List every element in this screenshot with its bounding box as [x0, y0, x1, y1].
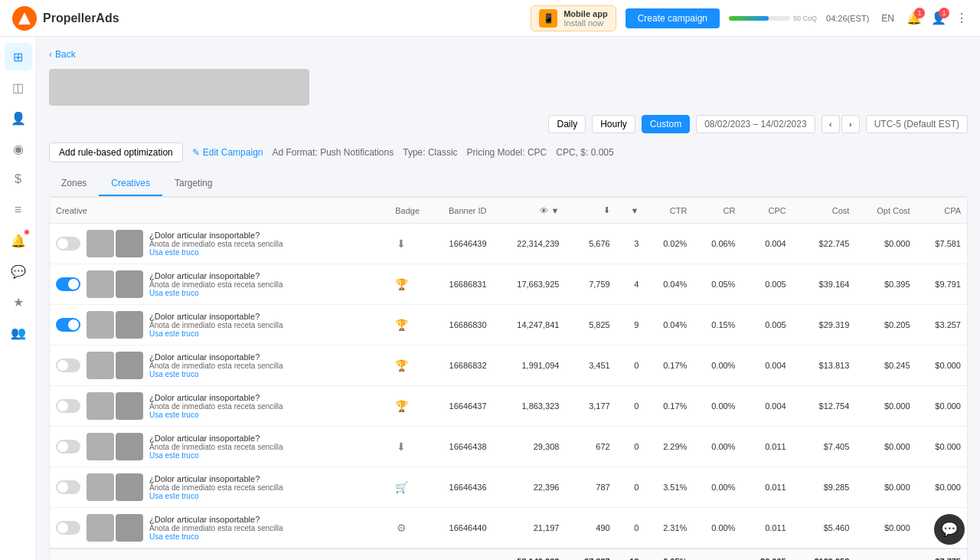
creative-subtitle-5: Anota de inmediato esta receta sencilla	[149, 443, 283, 451]
ctr-7: 2.31%	[645, 508, 693, 549]
cpa-2: $3.257	[916, 305, 967, 345]
filter-3: 0	[616, 345, 645, 386]
cpc-7: 0.011	[741, 508, 792, 549]
creative-link-6[interactable]: Usa este truco	[149, 492, 283, 500]
daily-filter-button[interactable]: Daily	[548, 115, 586, 133]
filter-6: 0	[616, 467, 645, 508]
creative-link-0[interactable]: Usa este truco	[149, 248, 283, 257]
creative-cell-0: ¿Dolor articular insoportable? Anota de …	[50, 224, 377, 264]
time-display: 04:26(EST)	[826, 14, 869, 23]
creative-link-3[interactable]: Usa este truco	[149, 370, 283, 378]
sidebar-item-favorites[interactable]: ★	[5, 288, 32, 316]
clicks-0: 5,676	[565, 224, 616, 264]
back-button[interactable]: ‹ Back	[49, 49, 968, 60]
badge-icon-0: ⬇	[397, 237, 406, 250]
table-row: ¿Dolor articular insoportable? Anota de …	[50, 386, 967, 427]
tab-creatives[interactable]: Creatives	[99, 172, 162, 196]
creative-title-0: ¿Dolor articular insoportable?	[149, 231, 283, 240]
creative-toggle-2[interactable]	[56, 318, 80, 332]
creative-title-7: ¿Dolor articular insoportable?	[149, 515, 283, 524]
chat-widget[interactable]: 💬	[934, 514, 965, 545]
creative-link-5[interactable]: Usa este truco	[149, 451, 283, 460]
prev-date-button[interactable]: ‹	[822, 115, 840, 133]
sidebar: ⊞ ◫ 👤 ◉ $ ≡ 🔔 💬 ★ 👥	[0, 37, 37, 560]
campaign-banner	[49, 69, 309, 106]
add-optimization-button[interactable]: Add rule-based optimization	[49, 142, 183, 162]
sidebar-item-reports[interactable]: ≡	[5, 196, 32, 224]
creative-link-7[interactable]: Usa este truco	[149, 532, 283, 541]
svg-marker-0	[18, 12, 31, 25]
cpc-4: 0.004	[741, 386, 792, 427]
sidebar-item-targeting[interactable]: ◉	[5, 135, 32, 162]
ctr-6: 3.51%	[645, 467, 693, 508]
cost-5: $7.405	[792, 427, 856, 467]
creative-toggle-1[interactable]	[56, 277, 80, 291]
creative-title-3: ¿Dolor articular insoportable?	[149, 352, 283, 362]
date-nav-arrows: ‹ ›	[822, 115, 860, 133]
sidebar-item-dashboard[interactable]: ⊞	[5, 43, 32, 70]
cost-3: $13.813	[792, 345, 856, 386]
views-2: 14,247,841	[493, 305, 566, 345]
notifications-button[interactable]: 🔔 1	[906, 11, 922, 25]
filter-0: 3	[616, 224, 645, 264]
timezone-selector[interactable]: UTC-5 (Default EST)	[866, 115, 968, 133]
date-range-display: 08/02/2023 – 14/02/2023	[696, 115, 815, 133]
creative-toggle-3[interactable]	[56, 359, 80, 372]
table-row: ¿Dolor articular insoportable? Anota de …	[50, 345, 967, 386]
creative-title-2: ¿Dolor articular insoportable?	[149, 312, 283, 321]
col-badge: Badge	[377, 198, 426, 224]
creative-toggle-0[interactable]	[56, 237, 80, 251]
sidebar-item-users[interactable]: 👤	[5, 104, 32, 132]
opt-cost-7: $0.000	[855, 508, 916, 549]
user-menu-button[interactable]: 👤 1	[931, 11, 946, 25]
sidebar-item-campaigns[interactable]: ◫	[5, 74, 32, 101]
next-date-button[interactable]: ›	[841, 115, 860, 133]
col-banner-id: Banner ID	[426, 198, 492, 224]
creative-toggle-5[interactable]	[56, 440, 80, 454]
banner-id-6: 16646436	[426, 467, 492, 508]
cost-4: $12.754	[792, 386, 856, 427]
creative-toggle-6[interactable]	[56, 480, 80, 494]
main-layout: ⊞ ◫ 👤 ◉ $ ≡ 🔔 💬 ★ 👥 ‹ Back Daily Hourly …	[0, 37, 980, 560]
tab-targeting[interactable]: Targeting	[162, 172, 224, 196]
filter-bar: Daily Hourly Custom 08/02/2023 – 14/02/2…	[49, 115, 968, 133]
creative-subtitle-1: Anota de inmediato esta receta sencilla	[149, 280, 283, 289]
clicks-1: 7,759	[565, 264, 616, 305]
creative-toggle-7[interactable]	[56, 521, 80, 535]
cr-5: 0.00%	[693, 427, 741, 467]
badge-icon-2: 🏆	[395, 319, 408, 331]
edit-campaign-button[interactable]: ✎ Edit Campaign	[192, 147, 263, 158]
creative-title-5: ¿Dolor articular insoportable?	[149, 434, 283, 443]
clicks-3: 3,451	[565, 345, 616, 386]
sidebar-item-billing[interactable]: $	[5, 165, 32, 193]
hourly-filter-button[interactable]: Hourly	[592, 115, 635, 133]
banner-id-5: 16646438	[426, 427, 492, 467]
badge-cell-4: 🏆	[377, 386, 426, 427]
creative-link-4[interactable]: Usa este truco	[149, 411, 283, 419]
creative-subtitle-4: Anota de inmediato esta receta sencilla	[149, 402, 283, 411]
col-views: 👁 ▼	[493, 198, 566, 224]
creative-link-2[interactable]: Usa este truco	[149, 329, 283, 338]
mobile-app-banner[interactable]: 📱 Mobile app Install now	[531, 5, 616, 31]
sidebar-item-team[interactable]: 👥	[5, 319, 32, 346]
cr-7: 0.00%	[693, 508, 741, 549]
footer-cpc: $0.005	[741, 549, 792, 560]
brand-name: PropellerAds	[43, 11, 119, 25]
cr-2: 0.15%	[693, 305, 741, 345]
creative-toggle-4[interactable]	[56, 399, 80, 413]
col-creative: Creative	[50, 198, 377, 224]
custom-filter-button[interactable]: Custom	[642, 115, 690, 133]
footer-filter: 18	[616, 549, 645, 560]
settings-button[interactable]: ⋮	[956, 11, 968, 25]
footer-ctr: 0.05%	[645, 549, 693, 560]
clicks-7: 490	[565, 508, 616, 549]
creative-link-1[interactable]: Usa este truco	[149, 289, 283, 297]
sidebar-item-notifications[interactable]: 🔔	[5, 227, 32, 254]
banner-id-3: 16686832	[426, 345, 492, 386]
sidebar-item-messages[interactable]: 💬	[5, 257, 32, 285]
tab-zones[interactable]: Zones	[49, 172, 99, 196]
badge-cell-2: 🏆	[377, 305, 426, 345]
create-campaign-button[interactable]: Create campaign	[626, 8, 720, 28]
opt-cost-4: $0.000	[855, 386, 916, 427]
col-cost: Cost	[792, 198, 856, 224]
